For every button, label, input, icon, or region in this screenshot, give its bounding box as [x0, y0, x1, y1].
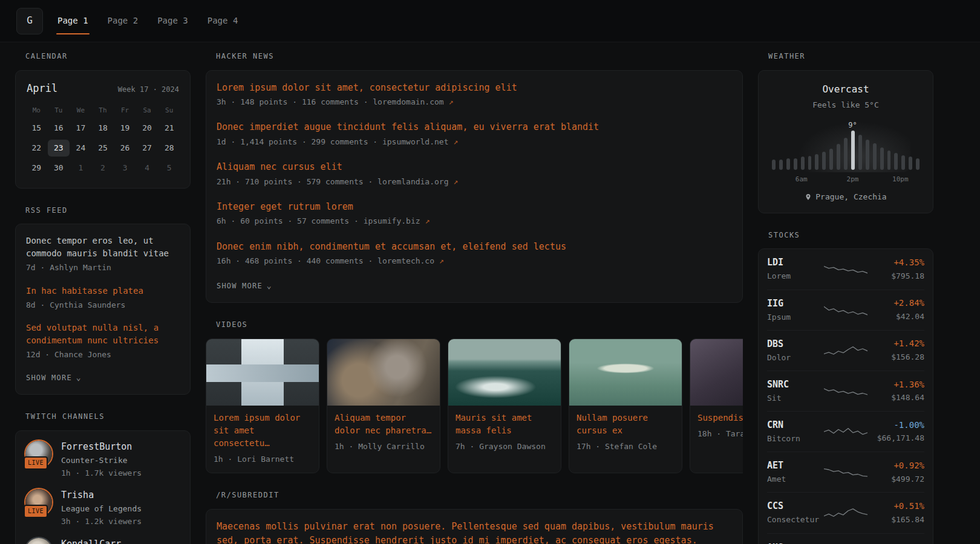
calendar-day: 2 [92, 160, 114, 176]
avatar [25, 538, 52, 544]
hacker-news-item-title[interactable]: Aliquam nec cursus elit [217, 160, 732, 174]
twitch-widget: TWITCH CHANNELS LIVE ForrestBurton Count… [15, 412, 191, 544]
avatar-wrap [25, 538, 53, 544]
rss-show-more-button[interactable]: SHOW MORE ⌄ [26, 371, 82, 386]
stock-row[interactable]: SNRC Sit +1.36% $148.64 [767, 371, 924, 411]
rss-item: Sed volutpat nulla nisl, a condimentum n… [26, 322, 180, 360]
stock-price: $795.18 [872, 271, 924, 282]
stock-sparkline [824, 506, 867, 520]
twitch-channel[interactable]: LIVE ForrestBurton Counter-Strike 1h · 1… [25, 441, 180, 479]
stock-change: +1.42% [872, 338, 924, 350]
page-tab[interactable]: Page 4 [206, 0, 240, 42]
weather-bar [829, 149, 833, 170]
rss-widget: RSS FEED Donec tempor eros leo, ut commo… [15, 206, 191, 395]
video-thumbnail[interactable] [448, 339, 561, 406]
stock-row[interactable]: AHS +0.46% [767, 533, 924, 544]
video-card[interactable]: Aliquam tempor dolor nec pharetra… 1h · … [327, 338, 440, 473]
external-link-icon: ↗ [453, 177, 458, 186]
topbar: G Page 1Page 2Page 3Page 4 [0, 0, 980, 42]
rss-item-title[interactable]: Sed volutpat nulla nisl, a condimentum n… [26, 322, 180, 347]
stock-values: +4.35% $795.18 [872, 257, 924, 282]
videos-row: Lorem ipsum dolor sit amet consectetu… 1… [206, 338, 743, 473]
weather-time-label: 6am [795, 175, 808, 184]
calendar-day: 25 [92, 140, 114, 157]
live-badge: LIVE [24, 505, 48, 518]
stock-price: $148.64 [872, 392, 924, 403]
hacker-news-item: Lorem ipsum dolor sit amet, consectetur … [217, 81, 732, 108]
external-link-icon: ↗ [439, 256, 444, 265]
hacker-news-item: Aliquam nec cursus elit 21h · 710 points… [217, 160, 732, 187]
left-column: CALENDAR April Week 17 · 2024 MoTuWeThFr… [15, 51, 191, 544]
stock-name: Ipsum [767, 312, 819, 323]
video-thumbnail[interactable] [327, 339, 440, 406]
subreddit-card: Maecenas mollis pulvinar erat non posuer… [206, 509, 743, 544]
twitch-widget-title: TWITCH CHANNELS [15, 412, 191, 422]
subreddit-post-title[interactable]: Maecenas mollis pulvinar erat non posuer… [217, 520, 732, 544]
page-tab[interactable]: Page 1 [56, 0, 90, 42]
hacker-news-item-meta-text: 1d · 1,414 points · 299 comments · ipsum… [217, 137, 449, 146]
stock-name: Lorem [767, 271, 819, 282]
rss-item-title[interactable]: In hac habitasse platea [26, 285, 180, 297]
hacker-news-item-title[interactable]: Donec enim nibh, condimentum et accumsan… [217, 240, 732, 254]
calendar-card: April Week 17 · 2024 MoTuWeThFrSaSu 1516… [15, 70, 191, 189]
twitch-channel[interactable]: LIVE Trisha League of Legends 3h · 1.2k … [25, 489, 180, 527]
video-card[interactable]: Nullam posuere cursus ex 17h · Stefan Co… [569, 338, 682, 473]
stock-row[interactable]: DBS Dolor +1.42% $156.28 [767, 330, 924, 371]
channel-viewers: 1h · 1.7k viewers [61, 468, 142, 479]
rss-widget-title: RSS FEED [15, 206, 191, 216]
hacker-news-item-meta: 21h · 710 points · 579 comments · loreml… [217, 176, 732, 187]
stock-row[interactable]: AET Amet +0.92% $499.72 [767, 452, 924, 492]
page-tabs: Page 1Page 2Page 3Page 4 [56, 0, 239, 42]
stock-row[interactable]: CRN Bitcorn -1.00% $66,171.48 [767, 411, 924, 452]
video-thumbnail[interactable] [690, 339, 743, 406]
video-card[interactable]: Mauris sit amet massa felis 7h · Grayson… [448, 338, 561, 473]
stock-row[interactable]: IIG Ipsum +2.84% $42.04 [767, 290, 924, 330]
hacker-news-show-more-button[interactable]: SHOW MORE ⌄ [217, 279, 272, 294]
videos-widget: VIDEOS Lorem ipsum dolor sit amet consec… [206, 320, 743, 473]
twitch-channel[interactable]: KendallCarr [25, 538, 180, 544]
calendar-day: 23 [48, 140, 70, 157]
stock-ticker: CRN [767, 419, 819, 432]
stock-ticker: CCS [767, 500, 819, 513]
app-logo[interactable]: G [16, 8, 43, 34]
stock-row[interactable]: CCS Consectetur +0.51% $165.84 [767, 492, 924, 533]
calendar-weekday: Mo [25, 103, 48, 117]
hacker-news-item: Donec imperdiet augue tincidunt felis al… [217, 120, 732, 147]
hacker-news-item-meta: 3h · 148 points · 116 comments · loremdo… [217, 97, 732, 108]
weather-bar [772, 160, 776, 170]
calendar-day: 3 [114, 160, 136, 176]
rss-item: In hac habitasse platea 8d · Cynthia Sau… [26, 285, 180, 311]
hacker-news-widget-title: HACKER NEWS [206, 51, 743, 62]
weather-location-label: Prague, Czechia [815, 192, 886, 202]
video-thumbnail[interactable] [569, 339, 682, 406]
stock-id: DBS Dolor [767, 338, 819, 363]
hacker-news-item-meta: 1d · 1,414 points · 299 comments · ipsum… [217, 137, 732, 147]
hacker-news-item-title[interactable]: Lorem ipsum dolor sit amet, consectetur … [217, 81, 732, 95]
stock-sparkline [824, 465, 867, 479]
video-thumbnail[interactable] [206, 339, 319, 406]
hacker-news-item: Integer eget rutrum lorem 6h · 60 points… [217, 200, 732, 227]
calendar-day: 29 [25, 160, 48, 176]
weather-bar [866, 140, 869, 170]
calendar-month: April [27, 82, 57, 96]
weather-bar [815, 154, 818, 170]
rss-card: Donec tempor eros leo, ut commodo mauris… [15, 224, 191, 395]
page-tab[interactable]: Page 2 [106, 0, 140, 42]
hacker-news-item-title[interactable]: Donec imperdiet augue tincidunt felis al… [217, 120, 732, 134]
stock-id: SNRC Sit [767, 378, 819, 404]
videos-widget-title: VIDEOS [206, 320, 743, 330]
calendar-weekday: Fr [114, 103, 136, 117]
weather-widget-title: WEATHER [758, 51, 933, 62]
video-card[interactable]: Suspendisse diam 18h · Tara [690, 338, 743, 473]
page-tab[interactable]: Page 3 [156, 0, 189, 42]
rss-item-title[interactable]: Donec tempor eros leo, ut commodo mauris… [26, 235, 180, 260]
channel-category: League of Legends [61, 504, 142, 514]
stock-sparkline [824, 262, 867, 276]
stock-values: +2.84% $42.04 [872, 297, 924, 322]
hacker-news-item-title[interactable]: Integer eget rutrum lorem [217, 200, 732, 214]
show-more-label: SHOW MORE [26, 373, 72, 383]
stock-row[interactable]: LDI Lorem +4.35% $795.18 [767, 249, 924, 289]
calendar-header: April Week 17 · 2024 [25, 80, 180, 103]
chevron-down-icon: ⌄ [76, 372, 82, 383]
video-card[interactable]: Lorem ipsum dolor sit amet consectetu… 1… [206, 338, 319, 473]
